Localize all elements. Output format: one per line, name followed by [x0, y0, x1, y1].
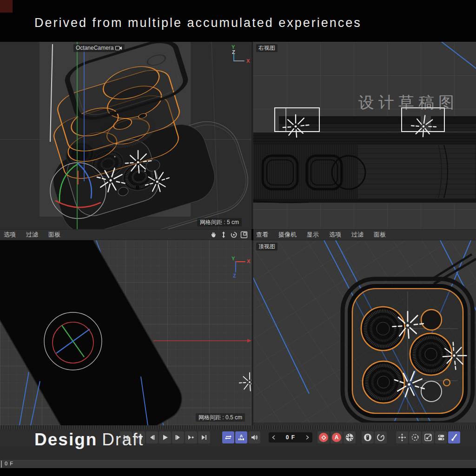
menu-options[interactable]: 选项 — [329, 231, 341, 239]
speaker-icon — [251, 434, 258, 441]
grid-spacing-label: 网格间距 : 5 cm — [197, 218, 242, 226]
viewport-right-view[interactable]: 右视图 设计草稿图 — [253, 42, 476, 229]
viewport-name-label[interactable]: 顶视图 — [256, 243, 278, 251]
flash-ring — [421, 310, 442, 330]
loop-icon — [225, 434, 232, 441]
dial-icon — [376, 433, 385, 442]
top-banner: Derived from multiple accumulated experi… — [0, 0, 476, 42]
camera-icon — [115, 46, 122, 51]
chevron-right-icon[interactable] — [306, 435, 309, 440]
perspective-scene — [0, 42, 251, 229]
goto-start-icon — [123, 434, 129, 441]
prev-frame-button[interactable] — [146, 431, 158, 443]
next-frame-icon — [175, 434, 181, 441]
logo-mark — [0, 0, 13, 13]
bottom-void — [0, 468, 476, 476]
keyframe-settings-button[interactable] — [344, 431, 356, 443]
design-draft-watermark-cn: 设计草稿图 — [358, 92, 458, 113]
play-button[interactable] — [159, 431, 171, 443]
record-objects-button[interactable] — [362, 431, 374, 443]
menu-filter[interactable]: 过滤 — [351, 231, 364, 239]
record-keyframe-icon — [319, 433, 328, 442]
viewport-menubar-left: 选项 过滤 面板 — [0, 229, 251, 240]
banner-title: Derived from multiple accumulated experi… — [34, 16, 362, 30]
top-view-scene — [253, 240, 476, 425]
mouse-icon — [363, 433, 372, 442]
current-frame-field[interactable]: 0 F — [269, 432, 312, 443]
prev-key-icon — [136, 434, 142, 441]
gear-icon — [345, 433, 354, 442]
axis-x-label: X — [247, 258, 250, 264]
record-option-controls — [362, 431, 387, 443]
speaker-button[interactable] — [248, 431, 260, 443]
viewport-name-label[interactable]: 右视图 — [256, 44, 278, 52]
menu-panel[interactable]: 面板 — [374, 231, 386, 239]
prev-key-button[interactable] — [133, 431, 145, 443]
sound-marker-icon: A — [238, 434, 245, 441]
svg-text:A: A — [240, 434, 243, 438]
keyframe-record-controls: A — [317, 431, 356, 443]
light-burst-icon — [239, 373, 251, 391]
axis-x-label: X — [246, 58, 250, 64]
timeline-track[interactable] — [0, 460, 476, 468]
viewport-divider — [251, 42, 253, 229]
record-keyframe-button[interactable] — [317, 431, 330, 443]
grid-spacing-label: 网格间距 : 0.5 cm — [196, 413, 245, 422]
goto-end-button[interactable] — [198, 431, 210, 443]
viewport-top-view[interactable]: 顶视图 — [253, 240, 476, 425]
axis-z-label: Z — [233, 273, 236, 278]
camera-lens — [361, 307, 405, 350]
goto-start-button[interactable] — [120, 431, 132, 443]
menu-camera[interactable]: 摄像机 — [278, 231, 297, 239]
right-view-scene — [253, 42, 476, 229]
autokey-button[interactable]: A — [331, 431, 343, 443]
scale-tool-icon — [424, 433, 432, 442]
goto-end-icon — [201, 434, 207, 441]
chevron-left-icon[interactable] — [272, 435, 275, 440]
camera-label[interactable]: OctaneCamera — [73, 44, 125, 52]
next-key-button[interactable] — [185, 431, 197, 443]
menu-panel[interactable]: 面板 — [48, 231, 60, 239]
prev-frame-icon — [149, 434, 155, 441]
menu-options[interactable]: 选项 — [4, 231, 16, 239]
camera-lens — [363, 361, 404, 403]
playhead-frame-label: 0 F — [5, 461, 13, 466]
move-tool-icon — [398, 433, 406, 442]
snap-toggle-button[interactable] — [448, 431, 460, 443]
current-frame-value: 0 F — [286, 434, 295, 441]
tool-controls — [396, 431, 460, 443]
front-view-scene — [0, 240, 251, 425]
rotate-tool-button[interactable] — [409, 431, 421, 443]
camera-label-text: OctaneCamera — [76, 44, 113, 52]
maximize-view-icon[interactable] — [240, 231, 248, 238]
play-icon — [162, 434, 168, 441]
move-tool-button[interactable] — [396, 431, 408, 443]
menu-filter[interactable]: 过滤 — [26, 231, 38, 239]
autokey-icon: A — [332, 433, 341, 442]
axis-gizmo — [234, 54, 244, 61]
loop-toggle-button[interactable] — [222, 431, 234, 443]
coordinate-system-button[interactable] — [435, 431, 447, 443]
timeline-texture-strip — [0, 425, 476, 429]
next-frame-button[interactable] — [172, 431, 184, 443]
next-key-icon — [188, 434, 194, 441]
snap-icon — [450, 433, 458, 442]
axis-y-label: Y — [231, 256, 235, 261]
axis-z-label: Z — [232, 49, 235, 55]
scale-tool-button[interactable] — [422, 431, 434, 443]
sensor-ring — [421, 381, 442, 402]
application-window: Derived from multiple accumulated experi… — [0, 0, 476, 476]
zoom-icon[interactable] — [220, 231, 227, 238]
menu-display[interactable]: 显示 — [307, 231, 319, 239]
sound-marker-button[interactable]: A — [235, 431, 247, 443]
viewport-perspective[interactable]: OctaneCamera Y Z X 网格间距 : 5 cm — [0, 42, 251, 229]
viewport-front-view[interactable]: Y X Z 网格间距 : 0.5 cm — [0, 240, 251, 425]
menu-view[interactable]: 查看 — [256, 231, 268, 239]
playback-rate-button[interactable] — [375, 431, 387, 443]
viewport-menubar-right: 查看 摄像机 显示 选项 过滤 面板 — [253, 229, 476, 240]
timeline-ruler[interactable]: 10 15 20 25 30 35 40 45 50 55 60 65 — [0, 446, 476, 460]
playhead-marker[interactable] — [1, 461, 2, 468]
layers-icon — [437, 433, 445, 442]
pan-hand-icon[interactable] — [210, 231, 217, 238]
orbit-icon[interactable] — [230, 231, 238, 238]
